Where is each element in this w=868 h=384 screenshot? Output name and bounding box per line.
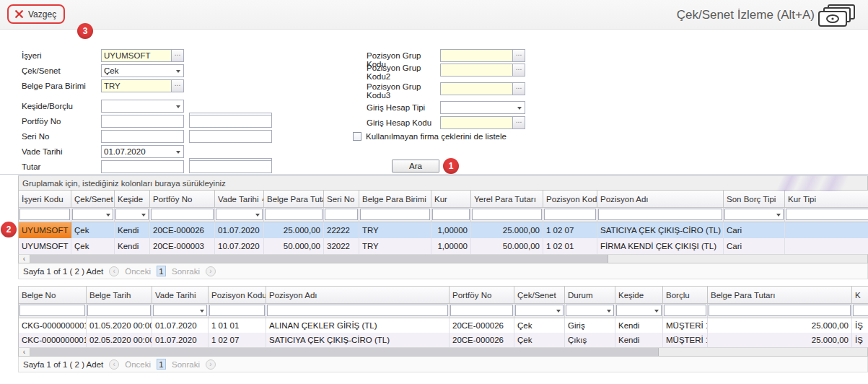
- pozisyon-grup-kodu2-input[interactable]: [440, 64, 513, 77]
- filter-input-k[interactable]: [853, 305, 868, 316]
- cell-pozisyon-kodu[interactable]: 1 02 01: [543, 238, 597, 254]
- vazgec-button[interactable]: Vazgeç: [9, 9, 56, 19]
- isyeri-lookup-button[interactable]: [172, 49, 184, 62]
- pager-prev-link[interactable]: Önceki: [125, 360, 151, 369]
- unused-checks-checkbox[interactable]: [353, 132, 361, 141]
- filter-select-ek-senet[interactable]: [72, 209, 113, 220]
- filter-input-kur-tipi[interactable]: [786, 209, 868, 220]
- pager-next-icon[interactable]: ›: [206, 266, 216, 276]
- cell-belge-tarih[interactable]: 02.05.2020 00:00:: [87, 333, 152, 347]
- filter-select-vade-tarihi[interactable]: [216, 209, 263, 220]
- scrollbar-thumb[interactable]: [30, 348, 659, 356]
- column-header-portf-y-no[interactable]: Portföy No: [150, 191, 215, 208]
- giris-hesap-tipi-select[interactable]: [440, 101, 525, 114]
- filter-input-portf-y-no[interactable]: [450, 305, 513, 316]
- cell-pozisyon-ad[interactable]: ALINAN ÇEKLER GİRİŞ (TL): [266, 318, 450, 333]
- column-header-belge-tarih[interactable]: Belge Tarih: [87, 287, 152, 304]
- filter-input-yerel-para-tutar[interactable]: [472, 209, 542, 220]
- cell-durum[interactable]: Çıkış: [565, 333, 615, 347]
- tutar-input-2[interactable]: [189, 160, 272, 173]
- filter-input-pozisyon-ad[interactable]: [598, 209, 722, 220]
- column-header-portf-y-no[interactable]: Portföy No: [450, 287, 514, 304]
- cell-bor-lu[interactable]: MÜŞTERİ 1: [663, 318, 708, 333]
- column-header-k[interactable]: K: [852, 287, 868, 304]
- cell-son-bor-tipi[interactable]: Cari: [724, 222, 785, 238]
- pozisyon-grup-kodu3-input[interactable]: [440, 82, 513, 95]
- cell-pozisyon-kodu[interactable]: 1 02 07: [543, 222, 597, 238]
- column-header-pozisyon-kodu[interactable]: Pozisyon Kodu: [209, 287, 266, 304]
- portfoy-no-input-2[interactable]: [189, 115, 272, 128]
- filter-select-vade-tarihi[interactable]: [153, 305, 207, 316]
- cell-k[interactable]: İŞ: [852, 333, 868, 347]
- cell-bor-lu[interactable]: MÜŞTERİ 1: [663, 333, 708, 347]
- keside-borclu-select[interactable]: [101, 100, 184, 113]
- column-header-belge-para-birimi[interactable]: Belge Para Birimi: [359, 191, 431, 208]
- filter-select-durum[interactable]: [566, 305, 614, 316]
- column-header-vade-tarihi[interactable]: Vade Tarihi: [152, 287, 209, 304]
- table-row[interactable]: UYUMSOFTÇekKendi20CE-00000310.07.202050.…: [19, 238, 868, 254]
- vade-tarihi-start-select[interactable]: 01.07.2020: [101, 145, 184, 158]
- ara-button[interactable]: Ara: [392, 160, 439, 173]
- column-header-son-bor-tipi[interactable]: Son Borç Tipi: [724, 191, 785, 208]
- cell-vade-tarihi[interactable]: 01.07.2020: [215, 222, 264, 238]
- cell-pozisyon-ad[interactable]: SATICIYA ÇEK ÇIKIŞ-CİRO (TL): [266, 333, 450, 347]
- cell-belge-para-birimi[interactable]: TRY: [359, 222, 431, 238]
- column-header-seri-no[interactable]: Seri No: [324, 191, 359, 208]
- cell-pozisyon-ad[interactable]: FİRMA KENDİ ÇEK ÇIKIŞI (TL): [597, 238, 724, 254]
- seri-no-input-2[interactable]: [189, 130, 272, 143]
- pager-prev-icon[interactable]: ‹: [109, 266, 119, 276]
- cell-belge-para-tutar[interactable]: 25.000,00: [708, 318, 852, 333]
- cell-kur[interactable]: 1,00000: [431, 238, 471, 254]
- filter-input-portf-y-no[interactable]: [151, 209, 214, 220]
- cell-vade-tarihi[interactable]: 10.07.2020: [215, 238, 264, 254]
- cell-portf-y-no[interactable]: 20CE-000026: [450, 333, 514, 347]
- giris-hesap-kodu-lookup-button[interactable]: [513, 116, 525, 129]
- cell-yerel-para-tutar[interactable]: 50.000,00: [471, 238, 543, 254]
- cell-vade-tarihi[interactable]: 01.07.2020: [152, 318, 209, 333]
- cell-ek-senet[interactable]: Çek: [71, 222, 115, 238]
- cell-kur[interactable]: 1,00000: [431, 222, 471, 238]
- filter-input-seri-no[interactable]: [325, 209, 358, 220]
- column-header-pozisyon-ad[interactable]: Pozisyon Adı: [597, 191, 724, 208]
- pager-next-icon[interactable]: ›: [206, 359, 216, 370]
- filter-input-pozisyon-kodu[interactable]: [209, 305, 265, 316]
- cell-i-yeri-kodu[interactable]: UYUMSOFT: [19, 238, 71, 254]
- cell-belge-para-tutar[interactable]: 25.000,00: [264, 222, 324, 238]
- cell-kur-tipi[interactable]: [785, 222, 868, 238]
- pager-next-link[interactable]: Sonraki: [172, 267, 200, 276]
- seri-no-input-1[interactable]: [101, 130, 184, 143]
- cell-ek-senet[interactable]: Çek: [514, 318, 565, 333]
- horizontal-scrollbar[interactable]: ‹: [18, 254, 868, 263]
- column-header-yerel-para-tutar[interactable]: Yerel Para Tutarı: [471, 191, 543, 208]
- cell-portf-y-no[interactable]: 20CE-000003: [150, 238, 215, 254]
- filter-input-belge-para-tutar[interactable]: [265, 209, 323, 220]
- cell-durum[interactable]: Giriş: [565, 318, 615, 333]
- filter-select-son-bor-tipi[interactable]: [724, 209, 784, 220]
- filter-input-kur[interactable]: [432, 209, 470, 220]
- isyeri-input[interactable]: [101, 49, 172, 62]
- tutar-input-1[interactable]: [101, 160, 184, 173]
- cell-ke-ide[interactable]: Kendi: [615, 318, 663, 333]
- cell-belge-no[interactable]: CKG-0000000001: [19, 318, 87, 333]
- horizontal-scrollbar[interactable]: ‹: [18, 347, 868, 357]
- column-header-ke-ide[interactable]: Keşide: [115, 191, 150, 208]
- cell-ke-ide[interactable]: Kendi: [115, 222, 150, 238]
- scroll-left-icon[interactable]: ‹: [19, 348, 30, 356]
- column-header-kur[interactable]: Kur: [431, 191, 471, 208]
- giris-hesap-kodu-input[interactable]: [440, 116, 513, 129]
- table-row[interactable]: CKC-000000000102.05.2020 00:00:01.07.202…: [19, 333, 868, 347]
- filter-select-ke-ide[interactable]: [115, 209, 149, 220]
- cell-i-yeri-kodu[interactable]: UYUMSOFT: [19, 222, 71, 238]
- cell-pozisyon-kodu[interactable]: 1 02 07: [209, 333, 266, 347]
- column-header-kur-tipi[interactable]: Kur Tipi: [785, 191, 868, 208]
- cell-seri-no[interactable]: 22222: [324, 222, 359, 238]
- pager-next-link[interactable]: Sonraki: [172, 360, 200, 369]
- cell-belge-para-tutar[interactable]: 25.000,00: [708, 333, 852, 347]
- filter-input-belge-no[interactable]: [19, 305, 85, 316]
- column-header-durum[interactable]: Durum: [565, 287, 615, 304]
- filter-select-ke-ide[interactable]: [616, 305, 662, 316]
- pager-prev-link[interactable]: Önceki: [125, 267, 151, 276]
- cell-ke-ide[interactable]: Kendi: [615, 333, 663, 347]
- cell-belge-para-tutar[interactable]: 50.000,00: [264, 238, 324, 254]
- filter-select-ek-senet[interactable]: [515, 305, 564, 316]
